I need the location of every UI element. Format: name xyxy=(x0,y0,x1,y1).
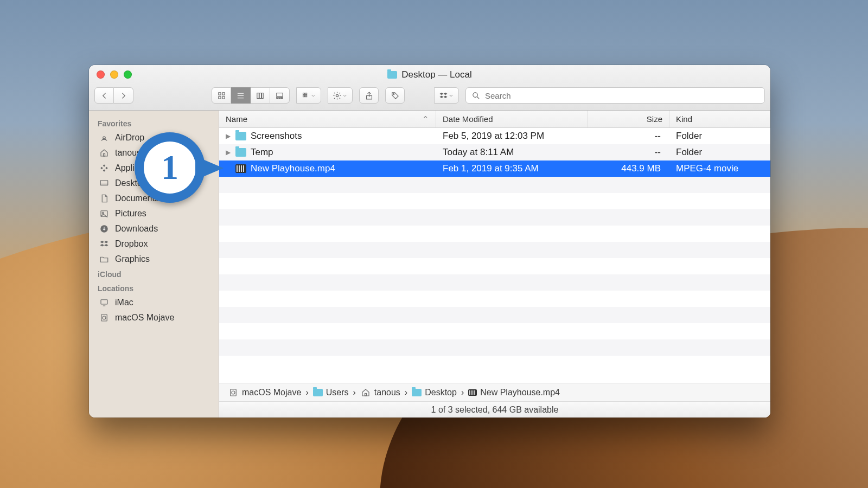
sidebar-item-dropbox[interactable]: Dropbox xyxy=(89,236,219,252)
sidebar: FavoritesAirDroptanousApplicationsDeskto… xyxy=(89,111,219,418)
empty-row xyxy=(219,274,770,291)
file-row[interactable]: ▶TempToday at 8:11 AM--Folder xyxy=(219,144,770,160)
sidebar-item-downloads[interactable]: Downloads xyxy=(89,221,219,236)
file-name: Temp xyxy=(251,147,273,158)
status-bar: 1 of 3 selected, 644 GB available xyxy=(219,401,770,418)
folder-icon xyxy=(313,389,323,396)
disk-icon xyxy=(228,388,239,397)
column-size[interactable]: Size xyxy=(588,111,669,127)
sidebar-item-label: Applications xyxy=(115,163,162,173)
svg-rect-15 xyxy=(305,93,307,94)
svg-rect-16 xyxy=(303,95,305,97)
file-kind: Folder xyxy=(669,131,770,142)
svg-line-22 xyxy=(477,97,479,99)
folder-icon xyxy=(99,254,110,264)
down-icon xyxy=(99,224,110,234)
sidebar-item-label: Downloads xyxy=(115,224,158,234)
svg-rect-25 xyxy=(100,181,108,185)
sidebar-item-label: macOS Mojave xyxy=(115,313,174,323)
column-date-label: Date Modified xyxy=(443,114,493,124)
disclosure-triangle-icon[interactable]: ▶ xyxy=(226,132,231,140)
file-row[interactable]: ▶ScreenshotsFeb 5, 2019 at 12:03 PM--Fol… xyxy=(219,128,770,144)
disclosure-triangle-icon[interactable]: ▶ xyxy=(226,149,231,156)
sidebar-item-documents[interactable]: Documents xyxy=(89,191,219,206)
breadcrumb-item[interactable]: New Playhouse.mp4 xyxy=(468,388,560,397)
empty-row xyxy=(219,258,770,274)
breadcrumb-item[interactable]: Users xyxy=(313,388,349,397)
columns-icon xyxy=(256,91,265,100)
share-button[interactable] xyxy=(359,87,379,104)
svg-rect-36 xyxy=(365,393,366,396)
svg-rect-1 xyxy=(222,92,224,94)
svg-point-28 xyxy=(102,212,104,214)
sidebar-item-macos-mojave[interactable]: macOS Mojave xyxy=(89,310,219,325)
list-view-button[interactable] xyxy=(231,87,251,104)
dropbox-icon xyxy=(99,239,110,249)
folder-icon xyxy=(387,71,397,79)
sidebar-item-label: iMac xyxy=(115,298,133,307)
breadcrumb-item[interactable]: tanous xyxy=(360,388,400,397)
column-name[interactable]: Name ⌃ xyxy=(219,111,436,127)
file-name: Screenshots xyxy=(251,131,302,142)
titlebar: Desktop — Local xyxy=(89,65,770,111)
action-group xyxy=(328,87,353,104)
forward-button[interactable] xyxy=(114,87,133,104)
tags-button[interactable] xyxy=(385,87,405,104)
grid-small-icon xyxy=(301,91,310,100)
svg-point-35 xyxy=(232,391,235,394)
breadcrumb-item[interactable]: macOS Mojave xyxy=(228,388,301,397)
sidebar-item-label: tanous xyxy=(115,148,141,158)
column-view-button[interactable] xyxy=(251,87,270,104)
file-row[interactable]: New Playhouse.mp4Feb 1, 2019 at 9:35 AM4… xyxy=(219,160,770,177)
svg-rect-13 xyxy=(281,97,283,98)
sidebar-item-label: AirDrop xyxy=(115,133,144,143)
column-date[interactable]: Date Modified xyxy=(436,111,588,127)
gallery-view-button[interactable] xyxy=(270,87,290,104)
column-kind[interactable]: Kind xyxy=(669,111,770,127)
search-field[interactable] xyxy=(465,87,765,104)
sidebar-item-imac[interactable]: iMac xyxy=(89,295,219,310)
dropbox-button[interactable] xyxy=(434,87,459,104)
column-kind-label: Kind xyxy=(676,114,692,124)
svg-rect-17 xyxy=(305,95,307,97)
svg-rect-8 xyxy=(259,93,261,98)
file-list-area: Name ⌃ Date Modified Size Kind ▶Screensh… xyxy=(219,111,770,418)
disk-icon xyxy=(99,313,110,323)
toolbar xyxy=(94,85,765,106)
gear-icon xyxy=(333,91,342,100)
status-text: 1 of 3 selected, 644 GB available xyxy=(431,405,559,415)
sidebar-item-airdrop[interactable]: AirDrop xyxy=(89,130,219,145)
sidebar-item-desktop[interactable]: Desktop xyxy=(89,176,219,191)
arrange-button[interactable] xyxy=(296,87,321,104)
arrange-group xyxy=(296,87,321,104)
svg-rect-32 xyxy=(101,314,107,321)
action-button[interactable] xyxy=(328,87,353,104)
svg-rect-34 xyxy=(231,389,237,396)
svg-rect-2 xyxy=(218,96,220,98)
file-kind: MPEG-4 movie xyxy=(669,163,770,174)
window-title-text: Desktop — Local xyxy=(401,69,471,80)
sidebar-item-applications[interactable]: Applications xyxy=(89,160,219,176)
breadcrumb-item[interactable]: Desktop xyxy=(412,388,457,397)
sidebar-item-label: Documents xyxy=(115,194,159,203)
search-input[interactable] xyxy=(485,91,759,100)
empty-row xyxy=(219,242,770,258)
breadcrumb-label: New Playhouse.mp4 xyxy=(480,388,560,397)
sidebar-item-label: Pictures xyxy=(115,209,146,219)
sidebar-item-pictures[interactable]: Pictures xyxy=(89,206,219,221)
finder-window: Desktop — Local xyxy=(89,65,770,418)
svg-rect-12 xyxy=(279,97,280,98)
sidebar-item-tanous[interactable]: tanous xyxy=(89,145,219,160)
column-name-label: Name xyxy=(226,114,247,124)
video-file-icon xyxy=(468,389,477,396)
sidebar-item-graphics[interactable]: Graphics xyxy=(89,252,219,267)
back-button[interactable] xyxy=(94,87,114,104)
chevron-right-icon xyxy=(119,91,128,100)
chevron-down-icon xyxy=(310,91,316,100)
icon-view-button[interactable] xyxy=(212,87,231,104)
svg-rect-3 xyxy=(222,96,224,98)
empty-row xyxy=(219,193,770,209)
nav-group xyxy=(94,87,133,104)
file-kind: Folder xyxy=(669,147,770,158)
file-date: Feb 5, 2019 at 12:03 PM xyxy=(436,131,588,142)
